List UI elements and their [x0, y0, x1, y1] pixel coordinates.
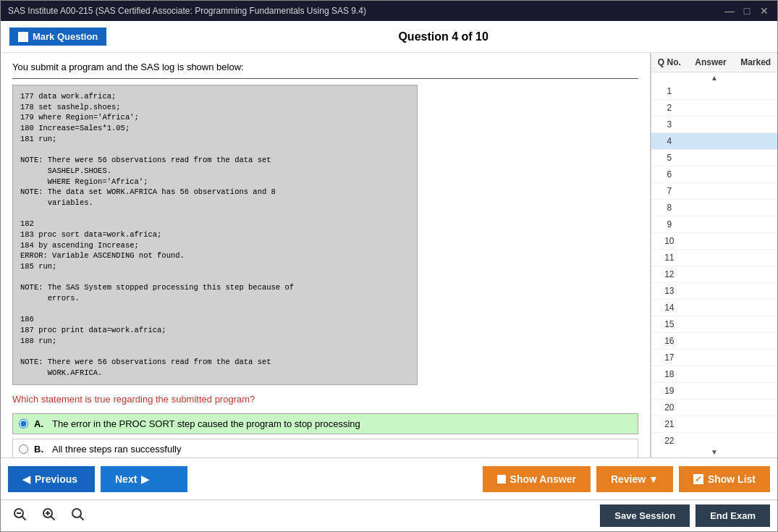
log-line: 188 run; — [20, 336, 410, 347]
list-item[interactable]: 5 — [651, 150, 777, 166]
scroll-up-arrow[interactable]: ▲ — [651, 72, 777, 83]
log-line: 181 run; — [20, 134, 410, 145]
log-line: 185 run; — [20, 261, 410, 272]
bottom-bar: Save Session End Exam — [1, 499, 777, 531]
svg-line-8 — [80, 517, 83, 520]
list-item[interactable]: 14 — [651, 300, 777, 316]
log-line: NOTE: There were 56 observations read fr… — [20, 357, 410, 368]
question-title: Question 4 of 10 — [118, 30, 769, 43]
previous-button[interactable]: ◀ Previous — [8, 466, 95, 492]
zoom-out-button[interactable] — [8, 505, 31, 526]
list-item[interactable]: 17 — [651, 350, 777, 366]
zoom-in-button[interactable] — [37, 505, 60, 526]
list-item[interactable]: 13 — [651, 283, 777, 300]
list-item[interactable]: 19 — [651, 383, 777, 400]
separator — [12, 78, 638, 79]
list-item[interactable]: 16 — [651, 333, 777, 350]
log-line: errors. — [20, 293, 410, 304]
radio-a[interactable] — [19, 419, 28, 428]
end-exam-label: End Exam — [710, 510, 756, 521]
list-item[interactable]: 7 — [651, 183, 777, 200]
log-line — [20, 272, 410, 283]
header-qno: Q No. — [651, 56, 688, 69]
show-answer-button[interactable]: Show Answer — [483, 466, 591, 492]
window-title: SAS Institute A00-215 (SAS Certified Ass… — [8, 6, 366, 16]
log-line: 180 Increase=Sales*1.05; — [20, 123, 410, 134]
mark-checkbox-icon — [18, 32, 28, 42]
log-line: 182 — [20, 219, 410, 229]
option-b-label: B. — [34, 444, 43, 455]
log-line: NOTE: There were 56 observations read fr… — [20, 155, 410, 166]
sidebar-scroll[interactable]: 1 2 3 4 5 6 7 8 9 10 11 12 13 14 15 16 1… — [651, 83, 777, 447]
minimize-icon[interactable]: — — [724, 5, 735, 17]
list-item[interactable]: 9 — [651, 216, 777, 233]
list-item[interactable]: 20 — [651, 400, 777, 416]
title-bar: SAS Institute A00-215 (SAS Certified Ass… — [1, 1, 777, 21]
log-line: 184 by ascending Increase; — [20, 240, 410, 251]
list-item[interactable]: 18 — [651, 366, 777, 383]
question-intro: You submit a program and the SAS log is … — [12, 62, 638, 72]
previous-label: Previous — [35, 473, 77, 485]
log-line: 187 proc print data=work.africa; — [20, 325, 410, 336]
svg-point-7 — [72, 509, 81, 518]
option-a[interactable]: A. The error in the PROC SORT step cause… — [12, 413, 638, 434]
list-item[interactable]: 8 — [651, 200, 777, 216]
save-session-button[interactable]: Save Session — [600, 504, 690, 527]
list-item[interactable]: 15 — [651, 316, 777, 333]
log-line: 177 data work.africa; — [20, 91, 410, 102]
svg-line-6 — [51, 517, 54, 520]
window-controls: — □ ✕ — [724, 5, 770, 17]
list-item[interactable]: 21 — [651, 416, 777, 433]
list-item[interactable]: 3 — [651, 117, 777, 133]
list-item[interactable]: 1 — [651, 83, 777, 100]
option-b[interactable]: B. All three steps ran successfully — [12, 439, 638, 457]
log-display: 177 data work.africa; 178 set sashelp.sh… — [12, 85, 418, 385]
log-line: NOTE: The data set WORK.AFRICA has 56 ob… — [20, 187, 410, 198]
option-a-label: A. — [34, 418, 43, 429]
log-line — [20, 144, 410, 155]
end-exam-button[interactable]: End Exam — [695, 504, 770, 527]
content-area: You submit a program and the SAS log is … — [1, 53, 651, 457]
main-area: You submit a program and the SAS log is … — [1, 53, 777, 457]
log-line: WHERE Region='Africa'; — [20, 177, 410, 187]
log-line: ERROR: Variable ASCENDING not found. — [20, 250, 410, 261]
list-item[interactable]: 10 — [651, 233, 777, 250]
option-b-text: All three steps ran successfully — [52, 444, 181, 455]
review-button[interactable]: Review ▼ — [596, 466, 673, 492]
zoom-reset-button[interactable] — [66, 505, 89, 526]
list-item[interactable]: 12 — [651, 266, 777, 283]
bottom-nav: ◀ Previous Next ▶ Show Answer Review ▼ ✓… — [1, 457, 777, 499]
maximize-icon[interactable]: □ — [741, 5, 753, 17]
show-list-button[interactable]: ✓ Show List — [679, 466, 770, 492]
list-item[interactable]: 2 — [651, 100, 777, 117]
next-arrow-icon: ▶ — [141, 473, 149, 485]
show-answer-checkbox-icon — [497, 475, 506, 484]
header-answer: Answer — [688, 56, 735, 69]
mark-question-button[interactable]: Mark Question — [9, 28, 106, 46]
scroll-down-arrow[interactable]: ▼ — [651, 447, 777, 457]
list-item[interactable]: 6 — [651, 166, 777, 183]
log-line: WORK.AFRICA. — [20, 368, 410, 379]
header-marked: Marked — [734, 56, 777, 69]
show-answer-label: Show Answer — [510, 473, 576, 485]
log-line: 179 where Region='Africa'; — [20, 112, 410, 123]
next-button[interactable]: Next ▶ — [101, 466, 187, 492]
radio-b[interactable] — [19, 444, 28, 454]
question-text: Which statement is true regarding the su… — [12, 394, 638, 405]
prev-arrow-icon: ◀ — [22, 473, 30, 485]
log-line — [20, 304, 410, 315]
show-list-checkbox-icon: ✓ — [693, 474, 703, 484]
close-icon[interactable]: ✕ — [758, 5, 770, 17]
list-item[interactable]: 22 — [651, 433, 777, 447]
list-item-active[interactable]: 4 — [651, 133, 777, 150]
log-line: 178 set sashelp.shoes; — [20, 102, 410, 113]
next-label: Next — [115, 473, 137, 485]
show-list-label: Show List — [708, 473, 756, 485]
log-line: 186 — [20, 314, 410, 325]
question-list-sidebar: Q No. Answer Marked ▲ 1 2 3 4 5 6 7 8 9 … — [651, 53, 777, 457]
toolbar: Mark Question Question 4 of 10 — [1, 21, 777, 53]
log-line — [20, 347, 410, 358]
option-a-text: The error in the PROC SORT step caused t… — [52, 418, 360, 429]
log-line — [20, 208, 410, 219]
list-item[interactable]: 11 — [651, 250, 777, 266]
